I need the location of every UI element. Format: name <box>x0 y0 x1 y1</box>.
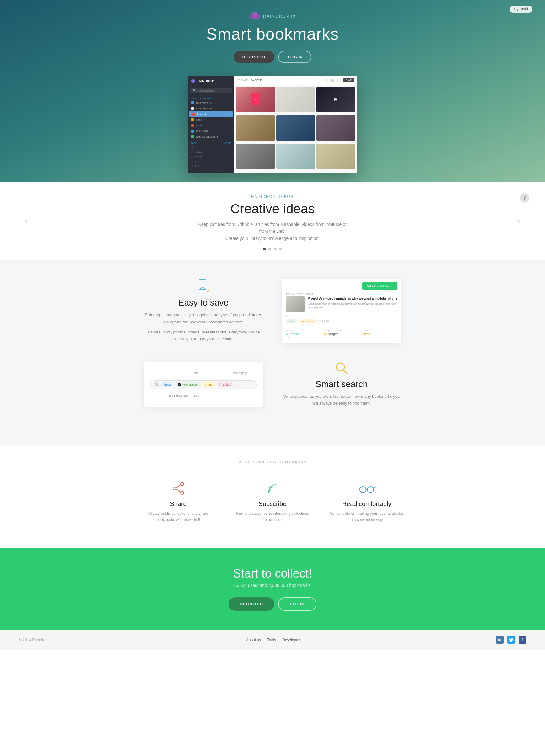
carousel-dot-2[interactable] <box>268 248 271 250</box>
share-icon <box>171 482 185 495</box>
language-button[interactable]: Русский <box>510 6 532 13</box>
sidebar-item-icon <box>191 130 194 133</box>
svg-line-18 <box>374 487 375 488</box>
collection-col: SAVE TO COLLECTION 📁 Gadgets <box>324 329 359 339</box>
search-bar-visual[interactable]: 🔍 japan T nytimes.com 🏷 tips 📄 article <box>150 380 257 389</box>
grid-item-3[interactable]: M <box>317 87 355 112</box>
sidebar-tag-flat[interactable]: flat <box>188 159 234 164</box>
grid-item-8[interactable] <box>276 144 315 169</box>
svg-line-12 <box>176 489 180 492</box>
svg-point-15 <box>367 487 374 493</box>
svg-text:★: ★ <box>206 288 210 293</box>
save-article-button[interactable]: SAVE ARTICLE <box>362 282 398 290</box>
smart-search-text: Smart search Write queries, as you wish.… <box>282 362 401 407</box>
grid-item-9[interactable] <box>317 144 355 169</box>
view-icon[interactable]: ▤ <box>336 78 339 82</box>
chip-article[interactable]: 📄 article <box>216 382 233 387</box>
tag-add[interactable]: Add a tag <box>319 319 329 323</box>
tags-more-link[interactable]: MORE <box>224 142 231 144</box>
svg-point-3 <box>252 12 258 17</box>
hero-login-button[interactable]: LOGIN <box>278 51 312 63</box>
sidebar-item-label: Beautiful Sites <box>196 107 213 110</box>
app-logo-text: RAINDROP <box>196 79 214 83</box>
collection-name[interactable]: 📁 Gadgets <box>324 333 359 336</box>
app-main: BY DATE BY TITLE ⊟ ▦ ▤ SAVE in <box>234 76 357 173</box>
app-sidebar-dots: ··· <box>228 79 231 83</box>
cta-register-button[interactable]: REGISTER <box>228 597 275 611</box>
hero-section: Русский RAINDROP.IO Smart bookmarks REGI… <box>0 0 545 182</box>
social-vk-button[interactable]: вк <box>496 636 504 644</box>
sidebar-item-label: My Project ✎ <box>196 101 212 104</box>
app-sidebar-logo: RAINDROP <box>191 79 214 83</box>
carousel-dot-4[interactable] <box>279 248 282 250</box>
sort-by-title[interactable]: BY TITLE <box>251 79 262 82</box>
sidebar-tag-fonts[interactable]: fonts <box>188 164 234 168</box>
grid-item-2[interactable] <box>276 87 315 112</box>
smart-search-row: Smart search Write queries, as you wish.… <box>131 362 414 407</box>
subscribe-icon-container <box>264 480 281 497</box>
app-header-icons: ⊟ ▦ ▤ <box>326 78 339 82</box>
cover-enabled[interactable]: ✓ Enabled <box>286 333 321 336</box>
sidebar-item-label: Fonts <box>196 118 202 121</box>
grid-item-5[interactable] <box>276 115 315 141</box>
chip-nytimes[interactable]: T nytimes.com <box>175 382 200 387</box>
sidebar-item-myproject[interactable]: My Project ✎ <box>188 100 234 106</box>
hero-register-button[interactable]: REGISTER <box>233 51 275 63</box>
subscribe-card: Subscribe Find and subscribe to interest… <box>225 474 320 529</box>
footer-link-about[interactable]: About us <box>246 638 261 642</box>
smart-search-title: Smart search <box>282 379 401 389</box>
app-search-bar[interactable]: 🔍 Find collection... <box>190 88 232 93</box>
subscribe-icon <box>265 482 280 495</box>
carousel-dot-1[interactable] <box>263 248 266 250</box>
save-article-footer: COVER ✓ Enabled ‹ › SAVE TO COLLECTION 📁… <box>286 327 398 339</box>
carousel-next-button[interactable]: › <box>517 216 520 226</box>
smart-search-desc: Write queries, as you wish. No matter ho… <box>282 393 401 407</box>
sidebar-item-icons[interactable]: Icons <box>188 123 234 128</box>
cover-col: COVER ✓ Enabled ‹ › <box>286 329 321 339</box>
chip-japan[interactable]: japan <box>161 382 173 387</box>
sidebar-item-webdev[interactable]: Web Development <box>188 134 234 140</box>
list-icon[interactable]: ▦ <box>331 78 334 82</box>
carousel-dots <box>263 248 282 250</box>
grid-item-1[interactable]: in <box>236 87 275 112</box>
carousel-prev-button[interactable]: ‹ <box>25 216 28 226</box>
sidebar-item-uidesign[interactable]: UI Design <box>188 128 234 134</box>
sidebar-item-beautifulsites[interactable]: Beautiful Sites <box>188 106 234 111</box>
social-twitter-button[interactable] <box>507 636 515 644</box>
tag-motorola[interactable]: motorola ✕ <box>299 319 317 323</box>
grid-item-4[interactable] <box>236 115 275 141</box>
social-facebook-button[interactable]: f <box>519 636 526 644</box>
footer-link-tools[interactable]: Tools <box>267 638 276 642</box>
logo-icon <box>249 11 260 19</box>
tag-ara[interactable]: ara ✕ <box>286 319 298 323</box>
search-icon <box>335 362 348 375</box>
read-icon-container <box>359 480 375 497</box>
help-button[interactable]: ? <box>520 193 529 203</box>
sidebar-tag-design[interactable]: design <box>188 154 234 159</box>
cta-login-button[interactable]: LOGIN <box>278 597 317 611</box>
chip-tips[interactable]: 🏷 tips <box>202 382 215 387</box>
type-value: Article <box>362 333 398 336</box>
sort-by-date[interactable]: BY DATE <box>237 79 248 82</box>
sidebar-item-icon <box>191 124 194 127</box>
save-button-mockup[interactable]: SAVE <box>344 78 354 82</box>
footer-social: вк f <box>496 636 526 644</box>
footer-link-developers[interactable]: Developers <box>282 638 302 642</box>
easy-to-save-text: ★ Easy to save Raindrop.io automatically… <box>144 279 263 342</box>
sidebar-tag-ui[interactable]: ui <box>188 145 234 150</box>
grid-icon[interactable]: ⊟ <box>326 78 329 82</box>
cta-subtitle: 26,000 users and 2,000,000 bookmarks. <box>233 583 312 588</box>
sidebar-item-icon <box>191 135 194 138</box>
grid-item-7[interactable] <box>236 144 275 169</box>
subscribe-title: Subscribe <box>259 500 287 508</box>
read-title: Read comfortably <box>342 500 392 508</box>
sidebar-item-fonts[interactable]: Fonts <box>188 117 234 123</box>
svg-point-14 <box>360 487 366 493</box>
carousel-dot-3[interactable] <box>274 248 277 250</box>
svg-line-7 <box>344 370 347 374</box>
sidebar-tag-mobile[interactable]: mobile <box>188 150 234 154</box>
grid-item-6[interactable] <box>317 115 355 141</box>
subscribe-desc: Find and subscribe to interesting collec… <box>235 511 310 523</box>
easy-to-save-title: Easy to save <box>144 298 263 308</box>
sidebar-item-inspiration[interactable]: Inspiration 14 <box>189 111 233 117</box>
